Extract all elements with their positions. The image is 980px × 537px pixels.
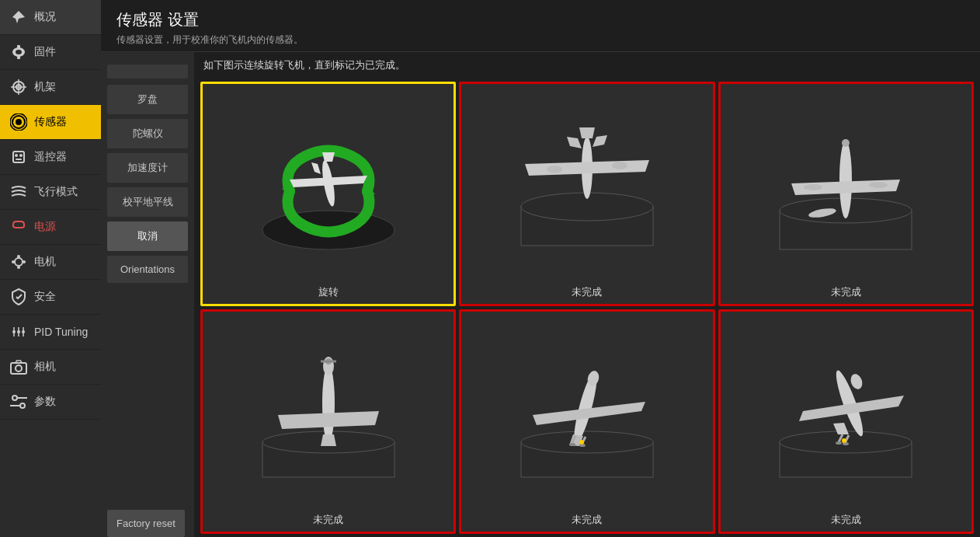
svg-rect-3 — [17, 56, 20, 59]
sidebar-item-pidtuning[interactable]: PID Tuning — [0, 315, 101, 350]
svg-point-19 — [23, 260, 26, 263]
svg-point-29 — [20, 403, 25, 408]
level-button[interactable]: 校平地平线 — [107, 187, 188, 217]
left-nav-panel: 罗盘 陀螺仪 加速度计 校平地平线 取消 Orientations Factor… — [101, 52, 194, 537]
sidebar-label-pidtuning: PID Tuning — [34, 326, 88, 338]
orientation-cell-3: 未完成 — [200, 309, 456, 534]
svg-marker-44 — [567, 137, 582, 148]
page-title: 传感器 设置 — [116, 9, 964, 30]
content-area: 罗盘 陀螺仪 加速度计 校平地平线 取消 Orientations Factor… — [101, 52, 980, 537]
svg-point-13 — [19, 154, 23, 157]
motor-icon — [9, 253, 28, 271]
sidebar-label-firmware: 固件 — [34, 45, 56, 59]
cell-label-2: 未完成 — [831, 285, 861, 299]
aircraft-visual-1 — [461, 84, 712, 282]
sidebar-label-motor: 电机 — [34, 255, 56, 269]
sidebar-label-overview: 概况 — [34, 10, 56, 24]
svg-point-50 — [842, 139, 850, 147]
aircraft-svg-2 — [760, 106, 931, 261]
sensor-icon — [9, 113, 28, 131]
aircraft-visual-5 — [721, 312, 971, 510]
sidebar-item-remote[interactable]: 遥控器 — [0, 140, 101, 175]
sidebar-item-motor[interactable]: 电机 — [0, 245, 101, 280]
orientation-cell-2: 未完成 — [718, 82, 974, 306]
svg-point-53 — [869, 182, 888, 188]
accel-button[interactable]: 加速度计 — [107, 153, 188, 183]
plane-icon — [9, 8, 28, 26]
airframe-icon — [9, 78, 28, 96]
sidebar-label-remote: 遥控器 — [34, 150, 67, 164]
svg-point-72 — [579, 440, 584, 445]
header: 传感器 设置 传感器设置，用于校准你的飞机内的传感器。 — [101, 0, 980, 52]
svg-point-41 — [547, 166, 562, 173]
aircraft-svg-5 — [760, 333, 931, 489]
svg-point-8 — [16, 119, 22, 125]
svg-point-42 — [612, 162, 627, 169]
orientation-grid: 旋转 — [194, 78, 980, 537]
svg-point-52 — [804, 184, 822, 190]
sidebar-label-sensor: 传感器 — [34, 115, 67, 129]
aircraft-visual-rotate — [203, 84, 454, 282]
svg-point-17 — [17, 266, 20, 269]
orientations-button[interactable]: Orientations — [107, 256, 188, 283]
page-subtitle: 传感器设置，用于校准你的飞机内的传感器。 — [116, 33, 964, 47]
factory-reset-button[interactable]: Factory reset — [107, 510, 185, 537]
sidebar-item-airframe[interactable]: 机架 — [0, 70, 101, 105]
sidebar-label-power: 电源 — [34, 220, 56, 234]
power-icon — [9, 218, 28, 236]
sidebar-item-params[interactable]: 参数 — [0, 385, 101, 420]
svg-rect-11 — [13, 152, 24, 162]
svg-marker-61 — [321, 434, 336, 446]
progress-bar-container — [107, 65, 188, 78]
sidebar-item-camera[interactable]: 相机 — [0, 350, 101, 385]
cell-label-rotate: 旋转 — [318, 285, 339, 299]
sidebar-item-power[interactable]: 电源 — [0, 210, 101, 245]
safety-icon — [9, 288, 28, 306]
orientation-cell-1: 未完成 — [459, 82, 714, 306]
cell-label-4: 未完成 — [572, 513, 602, 527]
aircraft-svg-3 — [243, 333, 414, 489]
firmware-icon — [9, 43, 28, 61]
right-content: 如下图示连续旋转飞机，直到标记为已完成。 — [194, 52, 980, 537]
svg-point-18 — [12, 260, 15, 263]
main-content: 传感器 设置 传感器设置，用于校准你的飞机内的传感器。 罗盘 陀螺仪 加速度计 … — [101, 0, 980, 537]
progress-section — [101, 58, 194, 82]
svg-point-27 — [16, 365, 22, 371]
cell-label-1: 未完成 — [572, 285, 602, 299]
svg-marker-40 — [525, 160, 649, 176]
svg-point-63 — [521, 431, 653, 453]
nav-buttons: 罗盘 陀螺仪 加速度计 校平地平线 取消 Orientations — [101, 52, 194, 510]
svg-point-28 — [12, 396, 17, 400]
sidebar-label-flightmode: 飞行模式 — [34, 185, 78, 199]
svg-point-48 — [839, 141, 852, 218]
gyro-button[interactable]: 陀螺仪 — [107, 119, 188, 148]
factory-reset-section: Factory reset — [101, 510, 194, 537]
svg-point-83 — [842, 438, 846, 443]
cancel-button[interactable]: 取消 — [107, 221, 188, 251]
svg-point-76 — [849, 372, 864, 391]
aircraft-visual-2 — [721, 84, 971, 282]
orientation-cell-4: 未完成 — [459, 309, 714, 534]
sidebar-item-firmware[interactable]: 固件 — [0, 35, 101, 70]
orientation-cell-5: 未完成 — [718, 309, 974, 534]
aircraft-visual-4 — [461, 312, 712, 510]
sidebar-item-safety[interactable]: 安全 — [0, 280, 101, 315]
pid-icon — [9, 323, 28, 341]
sidebar-label-airframe: 机架 — [34, 80, 56, 94]
sidebar-item-overview[interactable]: 概况 — [0, 0, 101, 35]
aircraft-svg-1 — [502, 106, 672, 261]
params-icon — [9, 392, 28, 411]
svg-rect-14 — [16, 159, 22, 160]
camera-icon — [9, 357, 28, 376]
svg-rect-2 — [17, 45, 20, 48]
svg-point-12 — [15, 154, 18, 157]
orientation-cell-rotate: 旋转 — [200, 82, 456, 306]
compass-button[interactable]: 罗盘 — [107, 85, 188, 114]
aircraft-visual-3 — [203, 312, 454, 510]
sidebar-item-sensor[interactable]: 传感器 — [0, 105, 101, 140]
aircraft-svg-4 — [502, 333, 672, 489]
svg-marker-35 — [322, 152, 335, 162]
sidebar-label-camera: 相机 — [34, 360, 56, 374]
sidebar-item-flightmode[interactable]: 飞行模式 — [0, 175, 101, 210]
svg-marker-36 — [311, 162, 321, 174]
